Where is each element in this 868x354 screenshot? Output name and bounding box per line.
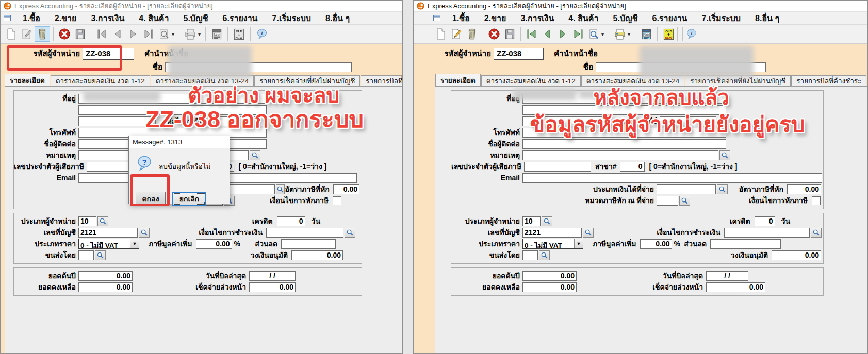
next-record-button[interactable] — [555, 26, 570, 42]
price-type-select[interactable]: 0 - ไม่มี VAT▼ — [522, 239, 583, 249]
tab-outstanding-bills[interactable]: รายการบิลที่ค้างชำระ — [791, 75, 866, 86]
old-new-button[interactable]: OLDNEW — [661, 26, 676, 42]
transport-input[interactable] — [522, 250, 538, 260]
credit-input[interactable]: 0 — [755, 216, 775, 226]
delete-button[interactable] — [35, 26, 50, 42]
prev-record-button[interactable] — [110, 26, 125, 42]
payment-terms-input[interactable] — [724, 228, 810, 238]
edit-button[interactable] — [19, 26, 35, 42]
tab-details[interactable]: รายละเอียด — [5, 74, 50, 86]
menu-item-accounting[interactable]: 5.บัญชี — [177, 12, 215, 25]
note-button[interactable]: Note — [209, 26, 224, 42]
tab-accum-1-12[interactable]: ตารางสะสมยอดเงิน งวด 1-12 — [51, 75, 150, 86]
combo-arrow-icon[interactable]: ▼ — [574, 239, 583, 248]
contact-input[interactable] — [522, 139, 726, 149]
print-dropdown-arrow[interactable]: ▾ — [198, 31, 201, 37]
payment-terms-lookup-button[interactable] — [811, 228, 822, 238]
last-bill-date-input[interactable]: / / — [706, 271, 748, 281]
menu-item-finance[interactable]: 3.การเงิน — [84, 12, 131, 25]
menu-item-setup[interactable]: 7.เริ่มระบบ — [266, 12, 318, 25]
new-button[interactable] — [4, 26, 19, 42]
balance-input[interactable]: 0.00 — [78, 282, 133, 292]
last-record-button[interactable] — [141, 26, 156, 42]
menu-item-others[interactable]: 8.อื่น ๆ — [319, 12, 356, 25]
price-type-select[interactable]: 0 - ไม่มี VAT▼ — [78, 239, 139, 249]
find-button[interactable] — [586, 26, 601, 42]
print-dropdown-arrow[interactable]: ▾ — [628, 31, 630, 37]
prev-record-button[interactable] — [539, 26, 555, 42]
cancel-record-button[interactable] — [486, 26, 502, 42]
note-lookup-button[interactable] — [250, 150, 260, 160]
find-dropdown-arrow[interactable]: ▾ — [172, 31, 174, 37]
taxid-input[interactable] — [524, 162, 591, 172]
wh-tax-category-lookup-button[interactable] — [679, 196, 690, 206]
menu-item-purchase[interactable]: 1.ซื้อ — [446, 12, 477, 25]
first-record-button[interactable] — [94, 26, 110, 42]
begin-balance-input[interactable]: 0.00 — [78, 271, 133, 281]
account-no-input[interactable]: 2121 — [522, 228, 582, 238]
advance-cheque-input[interactable]: 0.00 — [706, 282, 765, 292]
discount-input[interactable] — [281, 239, 336, 249]
last-bill-date-input[interactable]: / / — [249, 271, 296, 281]
find-button[interactable] — [156, 26, 172, 42]
menu-item-inventory[interactable]: 4. สินค้า — [562, 12, 605, 25]
income-type-lookup-button[interactable] — [276, 184, 285, 194]
balance-input[interactable]: 0.00 — [522, 282, 577, 292]
menu-item-reports[interactable]: 6.รายงาน — [646, 12, 694, 25]
info-button[interactable]: i — [684, 26, 699, 42]
menu-item-reports[interactable]: 6.รายงาน — [216, 12, 265, 25]
next-record-button[interactable] — [125, 26, 141, 42]
save-button[interactable] — [72, 26, 88, 42]
find-dropdown-arrow[interactable]: ▾ — [601, 31, 604, 37]
withholding-rate-input[interactable]: 0.00 — [333, 184, 359, 194]
child-window-icon[interactable] — [433, 15, 440, 21]
income-type-input[interactable] — [657, 184, 716, 194]
tab-details[interactable]: รายละเอียด — [435, 74, 481, 86]
note-button[interactable]: Note — [638, 26, 654, 42]
first-record-button[interactable] — [524, 26, 539, 42]
credit-limit-input[interactable]: 0.00 — [291, 250, 343, 260]
withholding-rate-input[interactable]: 0.00 — [787, 184, 821, 194]
tab-accum-1-12[interactable]: ตารางสะสมยอดเงิน งวด 1-12 — [481, 75, 581, 86]
save-button[interactable] — [502, 26, 517, 42]
income-type-lookup-button[interactable] — [717, 184, 728, 194]
account-lookup-button[interactable] — [583, 228, 594, 238]
edit-button[interactable] — [449, 26, 464, 42]
transport-lookup-button[interactable] — [539, 250, 550, 260]
discount-input[interactable] — [710, 239, 781, 249]
delete-button[interactable] — [464, 26, 480, 42]
vendor-type-lookup-button[interactable] — [542, 216, 552, 226]
info-button[interactable]: i — [254, 26, 270, 42]
menu-item-finance[interactable]: 3.การเงิน — [514, 12, 561, 25]
menu-item-sale[interactable]: 2.ขาย — [478, 12, 513, 25]
menu-item-others[interactable]: 8.อื่น ๆ — [748, 12, 786, 25]
menu-item-inventory[interactable]: 4. สินค้า — [132, 12, 175, 25]
menu-item-purchase[interactable]: 1.ซื้อ — [16, 12, 47, 25]
payment-terms-lookup-button[interactable] — [345, 228, 355, 238]
account-lookup-button[interactable] — [139, 228, 150, 238]
vat-input[interactable]: 0.00 — [640, 239, 672, 249]
cancel-record-button[interactable] — [57, 26, 72, 42]
transport-input[interactable] — [78, 250, 94, 260]
credit-input[interactable]: 0 — [277, 216, 305, 226]
advance-cheque-input[interactable]: 0.00 — [249, 282, 296, 292]
combo-arrow-icon[interactable]: ▼ — [130, 239, 139, 248]
vendor-code-input[interactable]: ZZ-038 — [494, 48, 544, 60]
wh-condition-checkbox[interactable] — [333, 196, 341, 205]
vendor-type-input[interactable]: 10 — [522, 216, 541, 226]
vendor-type-lookup-button[interactable] — [97, 216, 108, 226]
menu-item-sale[interactable]: 2.ขาย — [48, 12, 84, 25]
wh-condition-checkbox[interactable] — [812, 196, 821, 205]
note-input[interactable] — [522, 150, 718, 160]
child-window-icon[interactable] — [4, 15, 11, 21]
menu-item-setup[interactable]: 7.เริ่มระบบ — [695, 12, 747, 25]
last-record-button[interactable] — [570, 26, 586, 42]
note-lookup-button[interactable] — [719, 150, 730, 160]
menu-item-accounting[interactable]: 5.บัญชี — [607, 12, 645, 25]
branch-input[interactable]: 0 — [620, 162, 645, 172]
print-button[interactable] — [183, 26, 198, 42]
wh-tax-category-input[interactable] — [657, 196, 678, 206]
old-new-button[interactable]: OLDNEW — [231, 26, 247, 42]
print-button[interactable] — [612, 26, 628, 42]
credit-limit-input[interactable]: 0.00 — [772, 250, 821, 260]
